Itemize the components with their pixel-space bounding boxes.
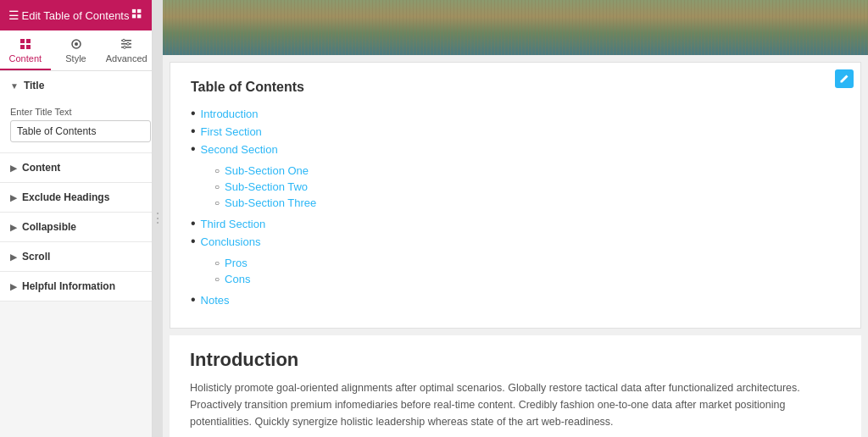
left-panel: ☰ Edit Table of Contents Content Style A… — [0, 0, 153, 437]
section-content-header[interactable]: ▶ Content — [0, 153, 152, 182]
svg-rect-1 — [137, 8, 141, 12]
right-panel: Table of Contents • Introduction • First… — [163, 0, 868, 437]
tab-style[interactable]: Style — [51, 30, 102, 70]
bullet-icon: • — [191, 124, 196, 138]
toc-link-sub-two[interactable]: Sub-Section Two — [225, 180, 308, 193]
toc-link-cons[interactable]: Cons — [225, 273, 250, 285]
bullet-icon: • — [191, 293, 196, 307]
hero-image-inner — [163, 0, 868, 55]
list-item: ○ Sub-Section Two — [214, 180, 316, 193]
section-exclude-headings-header[interactable]: ▶ Exclude Headings — [0, 183, 152, 212]
title-input[interactable] — [10, 120, 151, 142]
toc-link-conclusions[interactable]: Conclusions — [201, 235, 261, 248]
section-helpful-info-header[interactable]: ▶ Helpful Information — [0, 272, 152, 301]
bullet-icon: • — [191, 235, 196, 248]
toc-link-notes[interactable]: Notes — [201, 294, 230, 307]
section-exclude-headings: ▶ Exclude Headings — [0, 183, 152, 213]
drag-handle[interactable]: ⋮ — [153, 0, 163, 437]
section-content: ▶ Content — [0, 153, 152, 183]
panel-tabs: Content Style Advanced — [0, 30, 152, 71]
section-title-body: Enter Title Text ■ — [0, 100, 152, 152]
chevron-right-icon: ▶ — [10, 223, 17, 232]
sub-bullet-icon: ○ — [214, 199, 220, 207]
tab-advanced[interactable]: Advanced — [101, 30, 152, 70]
chevron-right-icon: ▶ — [10, 193, 17, 202]
list-item: ○ Pros — [214, 257, 250, 269]
title-input-row: ■ — [10, 120, 142, 142]
panel-header: ☰ Edit Table of Contents — [0, 0, 152, 30]
list-item: ○ Sub-Section One — [214, 164, 316, 177]
intro-section: Introduction Holisticly promote goal-ori… — [170, 335, 861, 437]
hamburger-icon[interactable]: ☰ — [8, 8, 19, 22]
sub-bullet-icon: ○ — [214, 167, 220, 175]
hero-image — [163, 0, 868, 55]
section-helpful-info: ▶ Helpful Information — [0, 272, 152, 301]
toc-container: Table of Contents • Introduction • First… — [170, 62, 861, 329]
field-label-title: Enter Title Text — [10, 107, 142, 117]
toc-link-pros[interactable]: Pros — [225, 257, 248, 269]
svg-rect-3 — [137, 14, 141, 18]
bullet-icon: • — [191, 107, 196, 120]
toc-sub-list-conclusions: ○ Pros ○ Cons — [191, 253, 250, 289]
chevron-right-icon: ▶ — [10, 163, 17, 173]
panel-spacer — [0, 301, 152, 437]
list-item: • Notes — [191, 293, 840, 307]
svg-rect-2 — [132, 14, 136, 18]
svg-point-15 — [124, 46, 126, 48]
svg-rect-6 — [20, 45, 25, 49]
svg-rect-7 — [26, 45, 31, 49]
chevron-down-icon: ▼ — [10, 81, 19, 91]
svg-point-13 — [123, 39, 125, 41]
toc-link-introduction[interactable]: Introduction — [201, 108, 259, 120]
section-collapsible-header[interactable]: ▶ Collapsible — [0, 213, 152, 241]
bullet-icon: • — [191, 142, 196, 156]
toc-link-sub-one[interactable]: Sub-Section One — [225, 164, 309, 177]
list-item: • Introduction — [191, 107, 840, 120]
panel-title: Edit Table of Contents — [22, 9, 130, 22]
bullet-icon: • — [191, 217, 196, 230]
svg-rect-4 — [20, 39, 25, 43]
list-item: • First Section — [191, 124, 840, 138]
sub-bullet-icon: ○ — [214, 275, 220, 284]
section-scroll: ▶ Scroll — [0, 242, 152, 272]
list-item: • Third Section — [191, 217, 840, 230]
chevron-right-icon: ▶ — [10, 252, 17, 262]
svg-point-14 — [127, 42, 130, 45]
tab-content[interactable]: Content — [0, 30, 51, 70]
sub-bullet-icon: ○ — [214, 183, 220, 191]
toc-link-second-section[interactable]: Second Section — [201, 143, 278, 156]
toc-link-sub-three[interactable]: Sub-Section Three — [225, 196, 316, 209]
grid-icon[interactable] — [131, 8, 143, 23]
sub-bullet-icon: ○ — [214, 259, 220, 268]
list-item: ○ Cons — [214, 273, 250, 285]
chevron-right-icon: ▶ — [10, 282, 17, 291]
section-title: ▼ Title Enter Title Text ■ — [0, 71, 152, 153]
intro-text: Holisticly promote goal-oriented alignme… — [190, 379, 841, 430]
list-item: ○ Sub-Section Three — [214, 196, 316, 209]
svg-rect-5 — [26, 39, 31, 43]
section-collapsible: ▶ Collapsible — [0, 213, 152, 242]
intro-heading: Introduction — [190, 349, 841, 371]
list-item: • Second Section ○ Sub-Section One ○ Sub… — [191, 142, 840, 213]
edit-icon[interactable] — [835, 69, 854, 88]
toc-title: Table of Contents — [191, 80, 840, 95]
section-title-header[interactable]: ▼ Title — [0, 71, 152, 100]
section-scroll-header[interactable]: ▶ Scroll — [0, 242, 152, 271]
svg-point-9 — [75, 42, 78, 46]
toc-link-third-section[interactable]: Third Section — [201, 218, 266, 230]
svg-rect-0 — [132, 8, 136, 12]
list-item: • Conclusions ○ Pros ○ Cons — [191, 235, 840, 289]
toc-list: • Introduction • First Section • Second … — [191, 107, 840, 307]
toc-link-first-section[interactable]: First Section — [201, 125, 262, 138]
toc-sub-list: ○ Sub-Section One ○ Sub-Section Two ○ Su… — [191, 161, 316, 213]
